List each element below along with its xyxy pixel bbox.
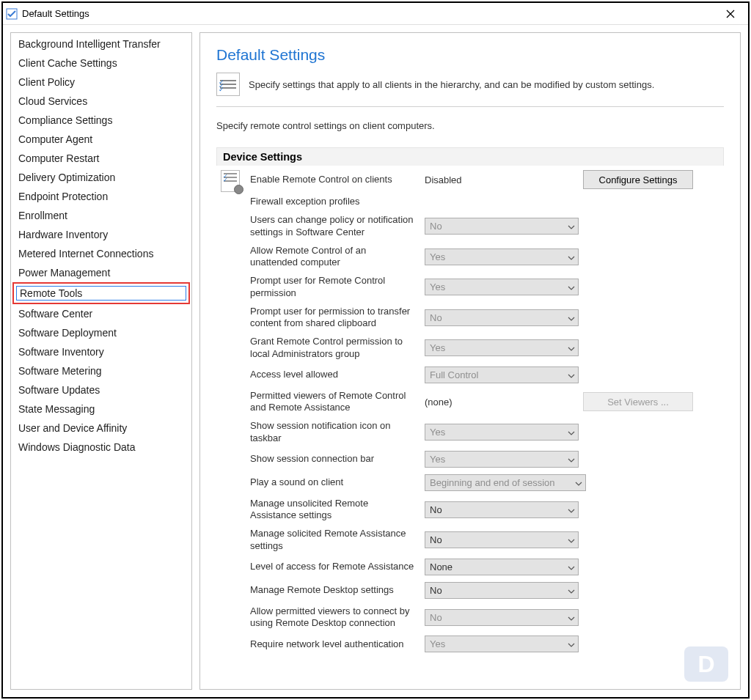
setting-combo: No — [425, 309, 579, 326]
sidebar-item[interactable]: Computer Agent — [12, 130, 190, 149]
sidebar-item[interactable]: Remote Tools — [12, 282, 190, 304]
chevron-down-icon — [568, 504, 575, 515]
close-icon — [726, 10, 735, 18]
sidebar-item-label: Computer Agent — [18, 133, 92, 145]
sidebar-item[interactable]: Software Deployment — [12, 323, 190, 342]
setting-label: Play a sound on client — [250, 476, 420, 488]
combo-value: Yes — [430, 342, 445, 353]
setting-label: Level of access for Remote Assistance — [250, 561, 420, 572]
sidebar-item-label: Cloud Services — [18, 95, 87, 107]
close-button[interactable] — [716, 4, 745, 24]
chevron-down-icon — [568, 585, 575, 596]
setting-combo: Yes — [425, 451, 579, 468]
combo-value: Full Control — [430, 369, 478, 380]
intro-row: Specify settings that apply to all clien… — [216, 73, 724, 96]
combo-value: No — [430, 312, 442, 323]
setting-combo: Yes — [425, 279, 579, 295]
setting-value-text: (none) — [425, 397, 579, 408]
combo-value: Yes — [430, 427, 445, 438]
sidebar-item-label: User and Device Affinity — [18, 422, 127, 434]
sidebar-item[interactable]: Computer Restart — [12, 149, 190, 168]
setting-combo[interactable]: No — [425, 501, 579, 518]
section-top-row: Enable Remote Control on clientsDisabled… — [221, 170, 717, 652]
sidebar-item[interactable]: Software Metering — [12, 361, 190, 380]
sidebar-item[interactable]: State Messaging — [12, 399, 190, 419]
sidebar-item-label: Windows Diagnostic Data — [18, 441, 136, 453]
setting-label: Manage solicited Remote Assistance setti… — [250, 528, 420, 552]
combo-value: No — [430, 534, 442, 545]
sidebar-item[interactable]: Software Center — [12, 304, 190, 323]
sidebar-item[interactable]: Hardware Inventory — [12, 225, 190, 244]
setting-label: Manage unsolicited Remote Assistance set… — [250, 498, 420, 522]
configure-settings-button[interactable]: Configure Settings — [583, 170, 693, 189]
setting-combo: Yes — [425, 248, 579, 265]
sidebar-item[interactable]: Client Cache Settings — [12, 54, 190, 73]
sidebar-item-label: State Messaging — [18, 403, 95, 415]
sidebar-item[interactable]: Background Intelligent Transfer — [12, 34, 190, 54]
setting-combo: Yes — [425, 424, 579, 441]
chevron-down-icon — [568, 534, 575, 545]
setting-combo: Yes — [425, 635, 579, 652]
combo-value: Yes — [430, 281, 445, 292]
setting-combo[interactable]: No — [425, 531, 579, 548]
combo-value: No — [430, 585, 442, 596]
app-icon — [6, 8, 18, 20]
setting-label: Permitted viewers of Remote Control and … — [250, 390, 420, 414]
sidebar-item[interactable]: Compliance Settings — [12, 111, 190, 130]
setting-combo[interactable]: None — [425, 559, 579, 575]
chevron-down-icon — [568, 251, 575, 262]
sidebar-item-label: Metered Internet Connections — [18, 248, 153, 259]
sidebar-item-label: Enrollment — [18, 210, 67, 221]
sidebar-item-label: Power Management — [18, 267, 110, 279]
combo-value: Beginning and end of session — [430, 477, 555, 488]
sidebar-item-label: Remote Tools — [18, 286, 84, 301]
titlebar: Default Settings — [3, 3, 748, 25]
sidebar-item-label: Software Center — [18, 308, 92, 320]
chevron-down-icon — [568, 612, 575, 623]
setting-label: Enable Remote Control on clients — [250, 174, 420, 185]
sidebar-item-label: Background Intelligent Transfer — [18, 38, 161, 50]
sidebar-item[interactable]: Enrollment — [12, 206, 190, 225]
chevron-down-icon — [568, 221, 575, 232]
sidebar-item[interactable]: Cloud Services — [12, 92, 190, 111]
settings-grid: Enable Remote Control on clientsDisabled… — [250, 170, 693, 652]
sidebar-item-label: Software Inventory — [18, 346, 104, 358]
page-heading: Default Settings — [216, 46, 724, 64]
setting-combo: Full Control — [425, 366, 579, 383]
subtext: Specify remote control settings on clien… — [216, 120, 724, 131]
chevron-down-icon — [568, 454, 575, 465]
sidebar-item[interactable]: Endpoint Protection — [12, 187, 190, 206]
config-icon — [221, 170, 243, 194]
sidebar-item[interactable]: Metered Internet Connections — [12, 244, 190, 263]
sidebar-item[interactable]: Software Updates — [12, 380, 190, 399]
setting-combo[interactable]: No — [425, 582, 579, 599]
setting-combo: Yes — [425, 339, 579, 356]
setting-combo: Beginning and end of session — [425, 474, 586, 491]
setting-combo: No — [425, 609, 579, 626]
combo-value: Yes — [430, 251, 445, 262]
settings-list-icon — [216, 73, 240, 96]
combo-value: No — [430, 504, 442, 515]
sidebar-item-label: Software Updates — [18, 384, 100, 396]
window-title: Default Settings — [22, 8, 89, 19]
sidebar-item-label: Hardware Inventory — [18, 229, 108, 240]
setting-label: Manage Remote Desktop settings — [250, 584, 420, 596]
sidebar-item[interactable]: User and Device Affinity — [12, 419, 190, 438]
sidebar-item[interactable]: Delivery Optimization — [12, 168, 190, 187]
set-viewers-button: Set Viewers ... — [583, 392, 693, 411]
setting-label: Show session connection bar — [250, 453, 420, 465]
section-body: Enable Remote Control on clientsDisabled… — [216, 166, 724, 658]
combo-value: Yes — [430, 454, 445, 465]
combo-value: No — [430, 221, 442, 232]
combo-value: None — [430, 561, 453, 572]
window: Default Settings Background Intelligent … — [1, 1, 750, 699]
combo-value: No — [430, 612, 442, 623]
setting-label: Users can change policy or notification … — [250, 214, 420, 238]
sidebar-item-label: Client Policy — [18, 76, 75, 88]
chevron-down-icon — [575, 477, 582, 488]
sidebar-item-label: Delivery Optimization — [18, 172, 115, 183]
sidebar-item[interactable]: Power Management — [12, 263, 190, 282]
sidebar-item[interactable]: Client Policy — [12, 73, 190, 92]
sidebar-item[interactable]: Windows Diagnostic Data — [12, 438, 190, 457]
sidebar-item[interactable]: Software Inventory — [12, 342, 190, 361]
